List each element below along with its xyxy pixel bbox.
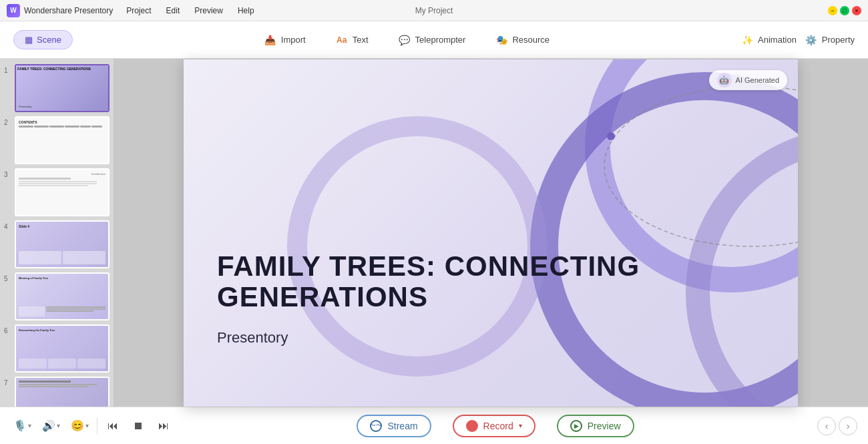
slide-subtitle: Presentory bbox=[217, 329, 288, 347]
slide-item-4[interactable]: 4 Slide 4 bbox=[4, 220, 110, 268]
prev-slide-icon: ⏮ bbox=[107, 420, 118, 432]
emoji-button[interactable]: 😊 ▾ bbox=[68, 416, 91, 436]
maximize-button[interactable]: □ bbox=[840, 6, 849, 15]
slide-number-7: 7 bbox=[4, 377, 12, 387]
text-label: Text bbox=[353, 35, 369, 45]
record-label: Record bbox=[483, 421, 513, 431]
animation-icon: ✨ bbox=[740, 33, 754, 47]
toolbar: ▦ Scene 📥 Import Aa Text 💬 Teleprompter … bbox=[0, 21, 868, 59]
import-label: Import bbox=[281, 35, 306, 45]
stream-button[interactable]: 〜〜 Stream bbox=[357, 415, 431, 437]
slide-thumbnail-5[interactable]: Meaning of Family Tree bbox=[15, 272, 110, 320]
slide-number-2: 2 bbox=[4, 116, 12, 126]
property-icon: ⚙️ bbox=[805, 33, 818, 47]
resource-button[interactable]: 🎭 Resource bbox=[489, 31, 555, 49]
menu-project[interactable]: Project bbox=[120, 4, 158, 17]
app-logo: W Wondershare Presentory bbox=[7, 4, 113, 17]
preview-button[interactable]: ▶ Preview bbox=[557, 415, 634, 437]
import-button[interactable]: 📥 Import bbox=[258, 31, 311, 49]
close-button[interactable]: × bbox=[852, 6, 861, 15]
stream-label: Stream bbox=[387, 421, 417, 431]
bottom-bar: 🎙️ ▾ 🔊 ▾ 😊 ▾ ⏮ ⏹ ⏭ 〜〜 Stream bbox=[0, 407, 868, 444]
scene-button[interactable]: ▦ Scene bbox=[13, 30, 73, 49]
animation-button[interactable]: ✨ Animation bbox=[740, 33, 797, 47]
toolbar-center: 📥 Import Aa Text 💬 Teleprompter 🎭 Resour… bbox=[78, 31, 735, 49]
teleprompter-icon: 💬 bbox=[398, 33, 411, 47]
slide-canvas[interactable]: FAMILY TREES: CONNECTING GENERATIONS Pre… bbox=[184, 59, 798, 407]
teleprompter-label: Teleprompter bbox=[415, 35, 466, 45]
slide-thumbnail-4[interactable]: Slide 4 bbox=[15, 220, 110, 268]
slide-item-1[interactable]: 1 FAMILY TREES: CONNECTING GENERATIONS P… bbox=[4, 64, 110, 112]
slide-item-6[interactable]: 6 Researching the Family Tree bbox=[4, 324, 110, 373]
record-button[interactable]: Record ▾ bbox=[453, 415, 535, 437]
stop-button[interactable]: ⏹ bbox=[128, 416, 148, 436]
preview-icon: ▶ bbox=[570, 420, 582, 432]
play-icon: ▶ bbox=[574, 423, 579, 429]
slide-item-5[interactable]: 5 Meaning of Family Tree bbox=[4, 272, 110, 320]
slide-number-4: 4 bbox=[4, 220, 12, 230]
slide-number-3: 3 bbox=[4, 168, 12, 178]
bottom-center: 〜〜 Stream Record ▾ ▶ Preview bbox=[182, 415, 809, 437]
prev-slide-button[interactable]: ⏮ bbox=[103, 416, 123, 436]
title-bar: W Wondershare Presentory Project Edit Pr… bbox=[0, 0, 868, 21]
slide-panel[interactable]: 1 FAMILY TREES: CONNECTING GENERATIONS P… bbox=[0, 59, 114, 407]
main-area: 1 FAMILY TREES: CONNECTING GENERATIONS P… bbox=[0, 59, 868, 407]
menu-edit[interactable]: Edit bbox=[160, 4, 187, 17]
scene-icon: ▦ bbox=[25, 35, 33, 45]
speaker-dropdown-arrow: ▾ bbox=[57, 422, 60, 429]
slide-1-subtitle-preview: Presentory bbox=[19, 105, 31, 108]
slide-thumbnail-3[interactable]: Introduction bbox=[15, 168, 110, 216]
text-button[interactable]: Aa Text bbox=[330, 31, 374, 49]
toolbar-right: ✨ Animation ⚙️ Property bbox=[740, 33, 855, 47]
divider-1 bbox=[97, 418, 97, 434]
window-controls: − □ × bbox=[828, 6, 861, 15]
svg-point-3 bbox=[297, 126, 537, 367]
scene-label: Scene bbox=[37, 35, 61, 45]
decorative-circles bbox=[184, 59, 798, 407]
title-bar-menu: Project Edit Preview Help bbox=[120, 4, 260, 17]
slide-2-title-preview: CONTENTS bbox=[19, 120, 37, 124]
bottom-right-arrows: ‹ › bbox=[817, 417, 857, 435]
microphone-dropdown-arrow: ▾ bbox=[28, 422, 31, 429]
slide-number-5: 5 bbox=[4, 272, 12, 282]
microphone-icon: 🎙️ bbox=[13, 419, 27, 432]
animation-label: Animation bbox=[758, 35, 797, 45]
next-slide-icon: ⏭ bbox=[158, 420, 169, 432]
resource-icon: 🎭 bbox=[495, 33, 508, 47]
minimize-button[interactable]: − bbox=[828, 6, 837, 15]
resource-label: Resource bbox=[512, 35, 550, 45]
slide-thumbnail-7[interactable] bbox=[15, 377, 110, 407]
emoji-icon: 😊 bbox=[71, 419, 84, 432]
property-button[interactable]: ⚙️ Property bbox=[805, 33, 855, 47]
teleprompter-button[interactable]: 💬 Teleprompter bbox=[393, 31, 471, 49]
record-dot bbox=[469, 423, 475, 429]
slide-1-title-preview: FAMILY TREES: CONNECTING GENERATIONS bbox=[17, 67, 107, 71]
nav-next-button[interactable]: › bbox=[839, 417, 857, 435]
menu-help[interactable]: Help bbox=[231, 4, 261, 17]
speaker-button[interactable]: 🔊 ▾ bbox=[39, 416, 63, 436]
speaker-icon: 🔊 bbox=[42, 419, 55, 432]
stop-icon: ⏹ bbox=[133, 420, 144, 432]
menu-preview[interactable]: Preview bbox=[188, 4, 230, 17]
nav-prev-button[interactable]: ‹ bbox=[817, 417, 836, 435]
stream-waves-icon: 〜〜 bbox=[370, 421, 382, 430]
svg-point-1 bbox=[544, 86, 798, 407]
slide-thumbnail-6[interactable]: Researching the Family Tree bbox=[15, 324, 110, 373]
record-icon bbox=[466, 420, 478, 432]
slide-thumbnail-1[interactable]: FAMILY TREES: CONNECTING GENERATIONS Pre… bbox=[15, 64, 110, 112]
next-slide-button[interactable]: ⏭ bbox=[154, 416, 174, 436]
logo-icon: W bbox=[7, 4, 20, 17]
slide-info-chip: 🤖 AI Generated bbox=[709, 70, 787, 90]
ai-icon: 🤖 bbox=[717, 73, 732, 87]
slide-number-6: 6 bbox=[4, 324, 12, 335]
slide-item-2[interactable]: 2 CONTENTS bbox=[4, 116, 110, 164]
slide-item-3[interactable]: 3 Introduction bbox=[4, 168, 110, 216]
slide-item-7[interactable]: 7 bbox=[4, 377, 110, 407]
microphone-button[interactable]: 🎙️ ▾ bbox=[11, 416, 34, 436]
slide-thumbnail-2[interactable]: CONTENTS bbox=[15, 116, 110, 164]
stream-icon: 〜〜 bbox=[370, 420, 382, 432]
svg-point-5 bbox=[607, 132, 615, 140]
text-icon: Aa bbox=[335, 33, 349, 47]
emoji-dropdown-arrow: ▾ bbox=[85, 422, 89, 429]
bottom-left: 🎙️ ▾ 🔊 ▾ 😊 ▾ ⏮ ⏹ ⏭ bbox=[11, 416, 174, 436]
